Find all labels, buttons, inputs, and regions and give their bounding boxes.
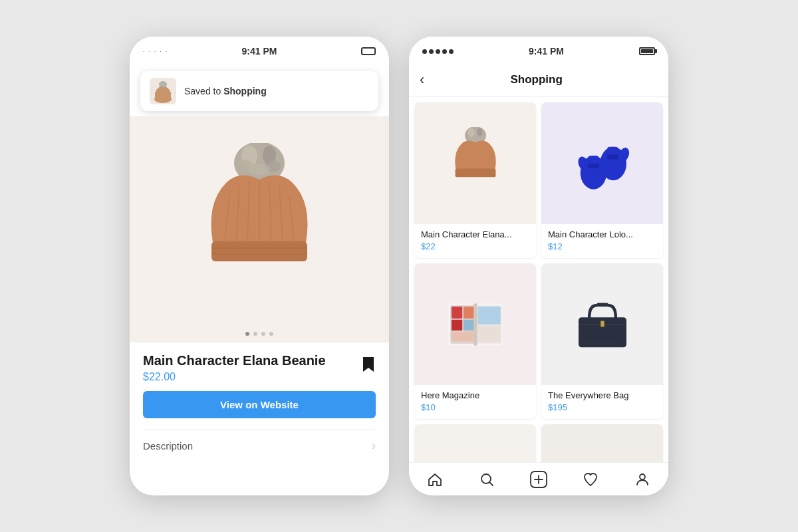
card-beanie-icon xyxy=(446,127,505,200)
bookmark-icon[interactable] xyxy=(361,356,376,377)
card-name-bag: The Everywhere Bag xyxy=(548,390,656,400)
toast-text: Saved to Shopping xyxy=(184,86,267,96)
card-name-mittens: Main Character Lolo... xyxy=(548,229,656,239)
svg-rect-1 xyxy=(155,91,171,100)
svg-rect-16 xyxy=(211,241,307,261)
dot-2 xyxy=(253,332,257,336)
toast-notification: Saved to Shopping xyxy=(140,71,378,111)
card-body-magazine: Here Magazine $10 xyxy=(414,385,536,419)
card-image-tool xyxy=(541,424,663,462)
svg-rect-33 xyxy=(452,307,462,319)
card-price-bag: $195 xyxy=(548,402,656,412)
dot-4 xyxy=(269,332,273,336)
card-body-mittens: Main Character Lolo... $12 xyxy=(541,224,663,258)
svg-rect-37 xyxy=(452,331,474,340)
card-body-bag: The Everywhere Bag $195 xyxy=(541,385,663,419)
svg-rect-41 xyxy=(473,303,477,345)
grid-card-tool[interactable]: Gold Tool Set $48 xyxy=(541,424,663,462)
status-bar-left: · · · · · 9:41 PM xyxy=(130,37,389,66)
card-image-bag xyxy=(541,263,663,385)
plus-icon xyxy=(529,470,548,489)
product-price: $22.00 xyxy=(143,371,326,383)
card-image-magazine xyxy=(414,263,536,385)
nav-search-button[interactable] xyxy=(473,466,500,493)
dot-3 xyxy=(261,332,265,336)
product-beanie-image xyxy=(193,143,326,316)
battery-right xyxy=(639,47,655,55)
card-bag-icon xyxy=(573,295,632,354)
signal-dots-left: · · · · · xyxy=(143,49,168,55)
description-row[interactable]: Description › xyxy=(143,429,376,462)
grid-card-feather[interactable]: Pink Feather Accessory $35 xyxy=(414,424,536,462)
toast-thumbnail xyxy=(150,78,176,104)
left-phone: · · · · · 9:41 PM Saved to Shopping xyxy=(130,37,389,495)
card-magazine-icon xyxy=(446,295,505,354)
svg-rect-22 xyxy=(455,168,495,177)
svg-point-8 xyxy=(249,164,270,175)
profile-icon xyxy=(634,471,650,487)
signal-dots-right xyxy=(422,49,454,54)
svg-point-63 xyxy=(640,474,645,479)
dot-1 xyxy=(245,332,249,336)
shopping-page-title: Shopping xyxy=(435,73,638,86)
nav-add-button[interactable] xyxy=(525,466,552,493)
svg-rect-40 xyxy=(477,325,500,342)
product-title: Main Character Elana Beanie xyxy=(143,353,326,368)
svg-point-20 xyxy=(467,128,474,137)
grid-card-bag[interactable]: The Everywhere Bag $195 xyxy=(541,263,663,419)
chevron-right-icon: › xyxy=(372,439,376,453)
view-on-website-button[interactable]: View on Website xyxy=(143,391,376,418)
toast-beanie-icon xyxy=(152,79,174,103)
bottom-nav xyxy=(409,462,668,495)
svg-rect-30 xyxy=(607,154,618,159)
svg-line-59 xyxy=(490,482,493,485)
svg-rect-39 xyxy=(477,307,500,325)
card-body-beanie: Main Character Elana... $22 xyxy=(414,224,536,258)
nav-heart-button[interactable] xyxy=(577,466,604,493)
card-image-feather xyxy=(414,424,536,462)
phones-container: · · · · · 9:41 PM Saved to Shopping xyxy=(130,37,668,495)
svg-rect-36 xyxy=(464,319,474,330)
svg-rect-45 xyxy=(600,321,604,327)
nav-profile-button[interactable] xyxy=(629,466,656,493)
product-grid-scroll[interactable]: Main Character Elana... $22 xyxy=(409,97,668,462)
time-left: 9:41 PM xyxy=(242,46,277,57)
back-button[interactable]: ‹ xyxy=(420,71,435,88)
time-right: 9:41 PM xyxy=(529,46,564,57)
nav-home-button[interactable] xyxy=(422,466,448,493)
card-price-mittens: $12 xyxy=(548,241,656,251)
search-icon xyxy=(479,471,495,487)
svg-rect-35 xyxy=(452,319,462,330)
svg-rect-29 xyxy=(588,164,598,168)
svg-point-21 xyxy=(477,128,482,136)
grid-card-magazine[interactable]: Here Magazine $10 xyxy=(414,263,536,419)
product-grid: Main Character Elana... $22 xyxy=(414,102,663,462)
card-mittens-icon xyxy=(573,130,632,197)
description-label: Description xyxy=(143,440,193,452)
product-image-area xyxy=(130,116,389,342)
shopping-header: ‹ Shopping xyxy=(409,66,668,97)
card-name-magazine: Here Magazine xyxy=(421,390,529,400)
card-price-beanie: $22 xyxy=(421,241,529,251)
grid-card-mittens[interactable]: Main Character Lolo... $12 xyxy=(541,102,663,258)
image-pagination xyxy=(245,332,273,336)
status-bar-right: 9:41 PM xyxy=(409,37,668,66)
card-name-beanie: Main Character Elana... xyxy=(421,229,529,239)
card-image-mittens xyxy=(541,102,663,224)
product-info: Main Character Elana Beanie $22.00 xyxy=(130,342,389,391)
home-icon xyxy=(427,471,443,487)
svg-rect-43 xyxy=(597,303,608,306)
svg-rect-34 xyxy=(464,307,474,319)
svg-point-2 xyxy=(159,81,167,88)
card-image-beanie xyxy=(414,102,536,224)
heart-icon xyxy=(583,471,598,487)
card-price-magazine: $10 xyxy=(421,402,529,412)
right-phone: 9:41 PM ‹ Shopping xyxy=(409,37,668,495)
battery-left xyxy=(361,47,376,55)
grid-card-beanie[interactable]: Main Character Elana... $22 xyxy=(414,102,536,258)
